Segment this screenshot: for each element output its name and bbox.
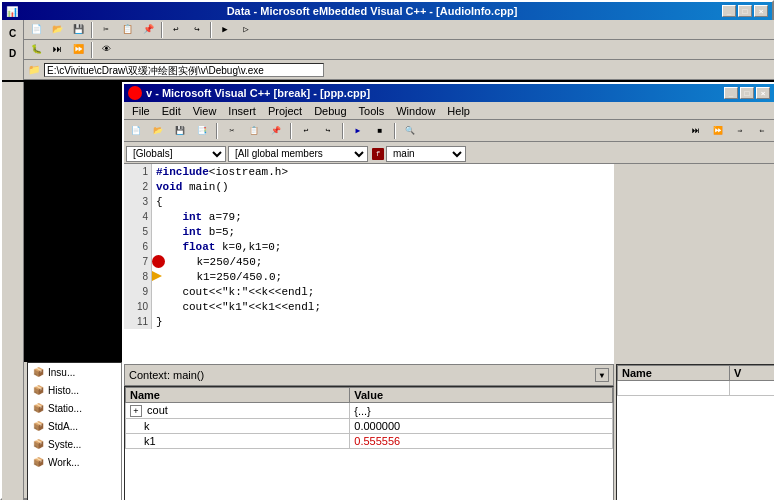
- locals-name-k1: k1: [144, 435, 156, 447]
- code-line-11: 11 }: [124, 314, 614, 329]
- inner-maximize-btn[interactable]: □: [740, 87, 754, 99]
- inner-paste-btn[interactable]: 📌: [266, 122, 286, 140]
- watch-data-table: Name V: [617, 365, 774, 396]
- open-btn[interactable]: 📂: [47, 21, 67, 39]
- context-label: Context: main(): [129, 369, 204, 381]
- inner-dbg3-btn[interactable]: ⇒: [730, 122, 750, 140]
- scope-dropdown[interactable]: [Globals]: [126, 146, 226, 162]
- arrow-marker: [152, 271, 162, 281]
- left-panel-item-2[interactable]: 📦 Statio...: [28, 399, 121, 417]
- outer-toolbar-1: 📄 📂 💾 ✂ 📋 📌 ↩ ↪ ▶ ▷: [24, 20, 774, 40]
- inner-save2-btn[interactable]: 📑: [192, 122, 212, 140]
- left-panel-item-4[interactable]: 📦 Syste...: [28, 435, 121, 453]
- outer-toolbar-2: 🐛 ⏭ ⏩ 👁: [24, 40, 774, 60]
- step-btn[interactable]: ⏭: [47, 41, 67, 59]
- watch-value-header: V: [730, 366, 774, 381]
- sidebar-d-icon[interactable]: D: [4, 44, 22, 62]
- value-header: Value: [350, 388, 613, 403]
- inner-stop-btn[interactable]: ■: [370, 122, 390, 140]
- sep2: [161, 22, 163, 38]
- sidebar-c-icon[interactable]: C: [4, 24, 22, 42]
- inner-dbg1-btn[interactable]: ⏭: [686, 122, 706, 140]
- locals-row-cout: + cout {...}: [126, 403, 613, 419]
- members-dropdown[interactable]: [All global members: [228, 146, 368, 162]
- locals-data-table: Name Value + cout {...}: [125, 387, 613, 449]
- function-dropdown[interactable]: main: [386, 146, 466, 162]
- context-dropdown-btn[interactable]: ▼: [595, 368, 609, 382]
- menu-help[interactable]: Help: [441, 102, 476, 119]
- inner-run-btn[interactable]: ▶: [348, 122, 368, 140]
- locals-value-cout: {...}: [350, 403, 613, 419]
- code-line-5: 5 int b=5;: [124, 224, 614, 239]
- menu-view[interactable]: View: [187, 102, 223, 119]
- new-file-btn[interactable]: 📄: [26, 21, 46, 39]
- watch-table: Name V: [616, 364, 774, 500]
- debug-btn[interactable]: 🐛: [26, 41, 46, 59]
- redo-btn[interactable]: ↪: [187, 21, 207, 39]
- left-panel-label-0: Insu...: [48, 367, 75, 378]
- inner-undo-btn[interactable]: ↩: [296, 122, 316, 140]
- menu-tools[interactable]: Tools: [353, 102, 391, 119]
- inner-save-btn[interactable]: 💾: [170, 122, 190, 140]
- code-line-1: 1 #include<iostream.h>: [124, 164, 614, 179]
- locals-container: Context: main() ▼ Name Value +: [124, 364, 614, 500]
- cut-btn[interactable]: ✂: [96, 21, 116, 39]
- inner-find-btn[interactable]: 🔍: [400, 122, 420, 140]
- step-over-btn[interactable]: ⏩: [68, 41, 88, 59]
- inner-copy-btn[interactable]: 📋: [244, 122, 264, 140]
- left-panel-label-1: Histo...: [48, 385, 79, 396]
- inner-minimize-btn[interactable]: _: [724, 87, 738, 99]
- code-line-10: 10 cout<<"k1"<<k1<<endl;: [124, 299, 614, 314]
- inner-dbg2-btn[interactable]: ⏩: [708, 122, 728, 140]
- inner-title-text: v - Microsoft Visual C++ [break] - [ppp.…: [146, 87, 370, 99]
- outer-title-buttons: _ □ ×: [722, 5, 768, 17]
- code-line-6: 6 float k=0,k1=0;: [124, 239, 614, 254]
- menu-project[interactable]: Project: [262, 102, 308, 119]
- left-panel-item-3[interactable]: 📦 StdA...: [28, 417, 121, 435]
- left-panel-item-1[interactable]: 📦 Histo...: [28, 381, 121, 399]
- locals-value-k: 0.000000: [350, 419, 613, 434]
- build-btn[interactable]: ▶: [215, 21, 235, 39]
- inner-title-bar: v - Microsoft Visual C++ [break] - [ppp.…: [124, 84, 774, 102]
- left-panel-item-5[interactable]: 📦 Work...: [28, 453, 121, 471]
- copy-btn[interactable]: 📋: [117, 21, 137, 39]
- left-panel-item-0[interactable]: 📦 Insu...: [28, 363, 121, 381]
- minimize-button[interactable]: _: [722, 5, 736, 17]
- address-input[interactable]: E:\cVivitue\cDraw\双缓冲绘图实例\v\Debug\v.exe: [44, 63, 324, 77]
- watch-empty-row: [618, 381, 775, 396]
- locals-value-k1: 0.555556: [350, 434, 613, 449]
- tree-icon-4: 📦: [30, 436, 46, 452]
- locals-row-k: k 0.000000: [126, 419, 613, 434]
- left-panel-label-5: Work...: [48, 457, 79, 468]
- tree-icon-2: 📦: [30, 400, 46, 416]
- breakpoint-marker: [152, 255, 165, 268]
- inner-sep3: [342, 123, 344, 139]
- inner-new-btn[interactable]: 📄: [126, 122, 146, 140]
- run-btn[interactable]: ▷: [236, 21, 256, 39]
- menu-debug[interactable]: Debug: [308, 102, 352, 119]
- outer-window: 📊 Data - Microsoft eMbedded Visual C++ -…: [0, 0, 774, 500]
- maximize-button[interactable]: □: [738, 5, 752, 17]
- menu-file[interactable]: File: [126, 102, 156, 119]
- menu-edit[interactable]: Edit: [156, 102, 187, 119]
- inner-open-btn[interactable]: 📂: [148, 122, 168, 140]
- save-btn[interactable]: 💾: [68, 21, 88, 39]
- expand-cout-icon[interactable]: +: [130, 405, 142, 417]
- address-bar-container: 📁 E:\cVivitue\cDraw\双缓冲绘图实例\v\Debug\v.ex…: [24, 60, 774, 80]
- menu-window[interactable]: Window: [390, 102, 441, 119]
- inner-dbg4-btn[interactable]: ⇐: [752, 122, 772, 140]
- close-button[interactable]: ×: [754, 5, 768, 17]
- menu-insert[interactable]: Insert: [222, 102, 262, 119]
- undo-btn[interactable]: ↩: [166, 21, 186, 39]
- inner-redo-btn[interactable]: ↪: [318, 122, 338, 140]
- watch-name-header: Name: [618, 366, 730, 381]
- watch-btn[interactable]: 👁: [96, 41, 116, 59]
- inner-close-btn[interactable]: ×: [756, 87, 770, 99]
- sep4: [91, 42, 93, 58]
- addr-icon: 📁: [28, 64, 40, 75]
- locals-name-cout: cout: [147, 404, 168, 416]
- inner-cut-btn[interactable]: ✂: [222, 122, 242, 140]
- paste-btn[interactable]: 📌: [138, 21, 158, 39]
- sep1: [91, 22, 93, 38]
- inner-title-icon: [128, 86, 142, 100]
